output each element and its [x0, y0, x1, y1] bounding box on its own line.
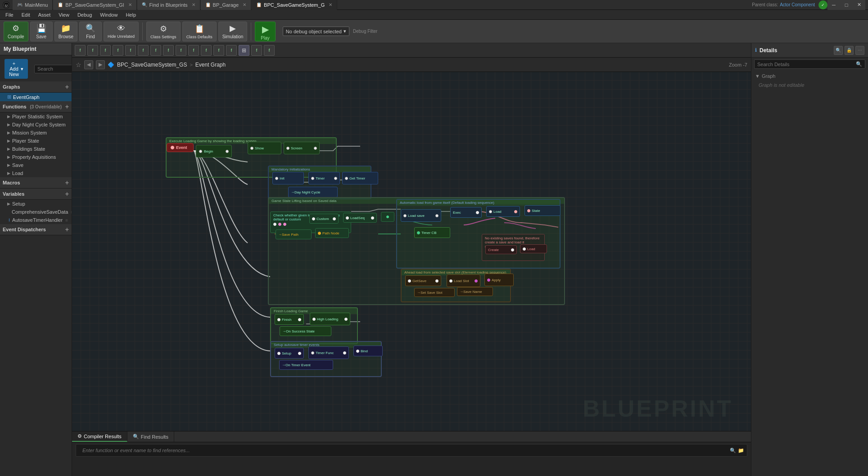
canvas-func-btn-1[interactable]: f: [75, 45, 86, 56]
tab-bp-garage[interactable]: 📋 BP_Garage ✕: [201, 0, 251, 10]
func-save[interactable]: ▶ Save: [0, 161, 72, 169]
node-auto-2[interactable]: Load: [486, 206, 520, 217]
minimize-button[interactable]: ─: [827, 0, 840, 10]
close-bp-garage[interactable]: ✕: [243, 2, 246, 7]
func-property[interactable]: ▶ Property Aquisitions: [0, 153, 72, 161]
details-more-btn[interactable]: ⋯: [855, 46, 864, 55]
close-button[interactable]: ✕: [853, 0, 865, 10]
details-lock-btn[interactable]: 🔒: [845, 46, 854, 55]
node-autosave-3[interactable]: →On Timer Event: [279, 360, 333, 370]
breadcrumb-forward[interactable]: ▶: [96, 60, 105, 69]
node-custom-2[interactable]: LoadSeq: [343, 213, 377, 223]
tab-mainmenu[interactable]: 🎮 MainMenu: [13, 0, 53, 10]
node-autosave-2[interactable]: Timer Func: [308, 346, 349, 359]
graph-event-graph[interactable]: ⊞ EventGraph: [0, 93, 72, 101]
graph-collapse-arrow[interactable]: ▼: [755, 73, 760, 79]
variables-add-icon[interactable]: +: [65, 190, 69, 198]
func-player-statistic[interactable]: ▶ Player Statistic System: [0, 112, 72, 121]
canvas-func-btn-4[interactable]: f: [113, 45, 123, 56]
search-input[interactable]: [37, 66, 72, 72]
compile-button[interactable]: ⚙ Compile: [4, 22, 28, 41]
node-create-save[interactable]: Create: [485, 245, 517, 254]
func-day-night[interactable]: ▶ Day Night Cycle System: [0, 121, 72, 129]
canvas-func-btn-9[interactable]: f: [176, 45, 186, 56]
menu-asset[interactable]: Asset: [35, 11, 54, 18]
node-custom-4[interactable]: →Save Path: [276, 229, 312, 239]
canvas-func-btn-7[interactable]: f: [150, 45, 161, 56]
tab-bpc-savegame-g[interactable]: 📋 BPC_SaveGameSystem_G ✕: [252, 0, 337, 10]
class-settings-button[interactable]: ⚙ Class Settings: [146, 22, 181, 41]
node-ahead-5[interactable]: →Save Name: [457, 287, 493, 296]
canvas-func-btn-6[interactable]: f: [138, 45, 149, 56]
event-dispatchers-add-icon[interactable]: +: [65, 226, 69, 233]
section-functions[interactable]: Functions (3 Overridable) +: [0, 101, 72, 112]
search-details-icon-btn[interactable]: 🔍: [834, 46, 843, 55]
close-bp-savegame-gi[interactable]: ✕: [128, 2, 132, 7]
breadcrumb-star[interactable]: ☆: [76, 61, 81, 68]
debug-object-dropdown[interactable]: No debug object selected ▾: [283, 27, 349, 36]
bottom-search-input[interactable]: [79, 446, 730, 455]
tab-compiler-results[interactable]: ⚙ Compiler Results: [72, 431, 127, 442]
browse-button[interactable]: 📁 Browse: [54, 22, 77, 41]
node-finish-2[interactable]: High Loading: [310, 313, 350, 325]
menu-view[interactable]: View: [55, 11, 73, 18]
node-custom-1[interactable]: Custom: [309, 214, 339, 224]
node-auto-1[interactable]: Exec: [450, 207, 482, 218]
node-init-2[interactable]: Timer: [308, 172, 340, 184]
breadcrumb-back[interactable]: ◀: [84, 60, 93, 69]
node-autosave-1[interactable]: Setup: [275, 348, 304, 359]
node-loading-1[interactable]: Show: [248, 142, 281, 154]
graphs-add-icon[interactable]: +: [65, 83, 69, 90]
find-button[interactable]: 🔍 Find: [79, 22, 102, 41]
node-init-1[interactable]: Init: [272, 172, 304, 184]
node-load-new[interactable]: Load: [520, 244, 547, 253]
node-auto-3[interactable]: State: [524, 205, 561, 216]
menu-edit[interactable]: Edit: [18, 11, 34, 18]
class-defaults-button[interactable]: 📋 Class Defaults: [182, 22, 217, 41]
canvas-func-btn-11[interactable]: f: [201, 45, 212, 56]
save-button[interactable]: 💾 Save: [30, 22, 53, 41]
func-load[interactable]: ▶ Load: [0, 169, 72, 177]
var-group-setup[interactable]: ▶ Setup: [0, 200, 72, 208]
canvas-func-btn-14[interactable]: f: [251, 45, 262, 56]
canvas-grid-btn[interactable]: ⊞: [239, 45, 249, 56]
func-player-state[interactable]: ▶ Player State: [0, 137, 72, 145]
canvas-func-btn-15[interactable]: f: [264, 45, 275, 56]
canvas-func-btn-13[interactable]: f: [226, 45, 237, 56]
node-ahead-4[interactable]: →Set Save Slot: [414, 288, 455, 297]
search-details-input[interactable]: [757, 62, 856, 67]
func-buildings-state[interactable]: ▶ Buildings State: [0, 145, 72, 153]
tab-bp-savegame-gi[interactable]: 📋 BP_SaveGameSystem_GI ✕: [53, 0, 136, 10]
macros-add-icon[interactable]: +: [65, 179, 69, 186]
node-timer-result[interactable]: Timer CB: [414, 227, 450, 238]
canvas-func-btn-12[interactable]: f: [213, 45, 224, 56]
menu-window[interactable]: Window: [96, 11, 121, 18]
section-graphs[interactable]: Graphs +: [0, 81, 72, 93]
section-event-dispatchers[interactable]: Event Dispatchers +: [0, 224, 72, 235]
maximize-button[interactable]: □: [840, 0, 853, 10]
var-autosave-timer[interactable]: AutosaveTimerHandler ≡: [0, 216, 72, 224]
node-ahead-1[interactable]: GetSave: [405, 275, 441, 286]
node-connector-1[interactable]: Begin: [196, 145, 232, 157]
canvas-func-btn-2[interactable]: f: [87, 45, 98, 56]
hide-unrelated-button[interactable]: 👁 Hide Unrelated: [104, 22, 139, 41]
canvas-func-btn-10[interactable]: f: [188, 45, 199, 56]
node-init-3[interactable]: Get Timer: [342, 172, 378, 184]
menu-file[interactable]: File: [2, 11, 17, 18]
node-ahead-3[interactable]: Apply: [484, 274, 514, 286]
event-node[interactable]: Event: [167, 143, 194, 152]
node-loading-2[interactable]: Screen: [284, 142, 320, 154]
func-mission-system[interactable]: ▶ Mission System: [0, 129, 72, 137]
node-custom-5[interactable]: Path Node: [315, 228, 349, 238]
node-custom-3[interactable]: [381, 212, 394, 222]
simulation-button[interactable]: ▶ Simulation: [218, 22, 248, 41]
canvas-func-btn-8[interactable]: f: [163, 45, 174, 56]
play-button[interactable]: ▶ Play: [255, 22, 275, 41]
add-new-button[interactable]: + Add New ▾: [5, 59, 28, 79]
close-bpc-savegame-g[interactable]: ✕: [329, 2, 332, 7]
canvas-func-btn-3[interactable]: f: [100, 45, 111, 56]
var-comprehensive-save[interactable]: ComprehensiveSaveData ≡: [0, 208, 72, 216]
section-variables[interactable]: Variables +: [0, 189, 72, 200]
tab-find-blueprints[interactable]: 🔍 Find in Blueprints ✕: [137, 0, 200, 10]
tab-find-results[interactable]: 🔍 Find Results: [127, 431, 174, 442]
